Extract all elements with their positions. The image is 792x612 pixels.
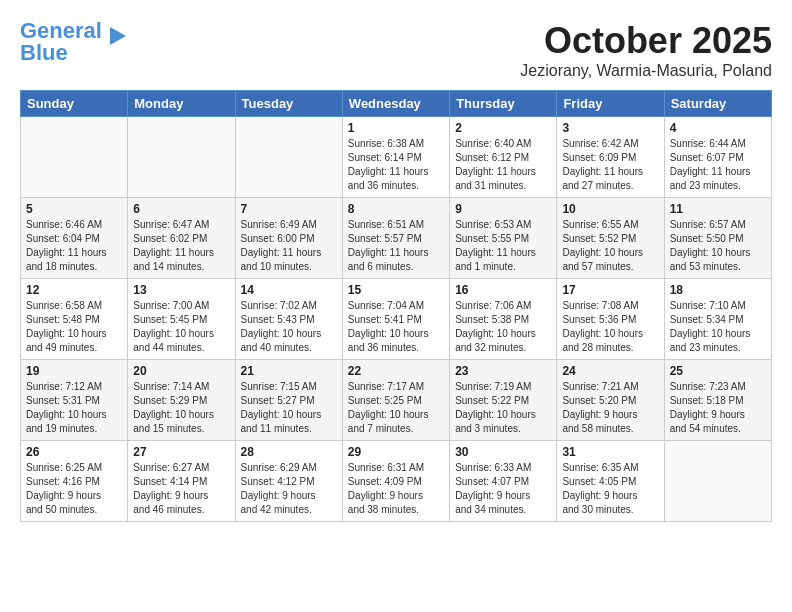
weekday-header-sunday: Sunday [21, 91, 128, 117]
day-number: 5 [26, 202, 122, 216]
calendar-cell: 31Sunrise: 6:35 AM Sunset: 4:05 PM Dayli… [557, 441, 664, 522]
logo: General Blue [20, 20, 128, 64]
day-number: 2 [455, 121, 551, 135]
day-number: 20 [133, 364, 229, 378]
calendar-cell: 5Sunrise: 6:46 AM Sunset: 6:04 PM Daylig… [21, 198, 128, 279]
day-number: 13 [133, 283, 229, 297]
calendar-cell [235, 117, 342, 198]
calendar-cell: 1Sunrise: 6:38 AM Sunset: 6:14 PM Daylig… [342, 117, 449, 198]
day-number: 23 [455, 364, 551, 378]
calendar-cell: 16Sunrise: 7:06 AM Sunset: 5:38 PM Dayli… [450, 279, 557, 360]
day-number: 24 [562, 364, 658, 378]
day-info: Sunrise: 6:25 AM Sunset: 4:16 PM Dayligh… [26, 461, 122, 517]
day-info: Sunrise: 7:21 AM Sunset: 5:20 PM Dayligh… [562, 380, 658, 436]
day-info: Sunrise: 6:49 AM Sunset: 6:00 PM Dayligh… [241, 218, 337, 274]
month-title: October 2025 [520, 20, 772, 62]
calendar-cell: 6Sunrise: 6:47 AM Sunset: 6:02 PM Daylig… [128, 198, 235, 279]
title-area: October 2025 Jeziorany, Warmia-Masuria, … [520, 20, 772, 80]
day-info: Sunrise: 7:19 AM Sunset: 5:22 PM Dayligh… [455, 380, 551, 436]
calendar-cell: 30Sunrise: 6:33 AM Sunset: 4:07 PM Dayli… [450, 441, 557, 522]
calendar-week-row: 12Sunrise: 6:58 AM Sunset: 5:48 PM Dayli… [21, 279, 772, 360]
calendar-cell: 10Sunrise: 6:55 AM Sunset: 5:52 PM Dayli… [557, 198, 664, 279]
calendar-cell: 9Sunrise: 6:53 AM Sunset: 5:55 PM Daylig… [450, 198, 557, 279]
day-info: Sunrise: 6:55 AM Sunset: 5:52 PM Dayligh… [562, 218, 658, 274]
day-number: 22 [348, 364, 444, 378]
day-info: Sunrise: 6:38 AM Sunset: 6:14 PM Dayligh… [348, 137, 444, 193]
day-number: 31 [562, 445, 658, 459]
calendar-cell: 23Sunrise: 7:19 AM Sunset: 5:22 PM Dayli… [450, 360, 557, 441]
day-info: Sunrise: 7:17 AM Sunset: 5:25 PM Dayligh… [348, 380, 444, 436]
location: Jeziorany, Warmia-Masuria, Poland [520, 62, 772, 80]
day-info: Sunrise: 6:44 AM Sunset: 6:07 PM Dayligh… [670, 137, 766, 193]
calendar-cell: 15Sunrise: 7:04 AM Sunset: 5:41 PM Dayli… [342, 279, 449, 360]
weekday-header-row: SundayMondayTuesdayWednesdayThursdayFrid… [21, 91, 772, 117]
day-number: 16 [455, 283, 551, 297]
day-number: 28 [241, 445, 337, 459]
day-info: Sunrise: 6:57 AM Sunset: 5:50 PM Dayligh… [670, 218, 766, 274]
calendar-cell: 13Sunrise: 7:00 AM Sunset: 5:45 PM Dayli… [128, 279, 235, 360]
calendar-cell: 4Sunrise: 6:44 AM Sunset: 6:07 PM Daylig… [664, 117, 771, 198]
calendar-cell: 22Sunrise: 7:17 AM Sunset: 5:25 PM Dayli… [342, 360, 449, 441]
day-info: Sunrise: 6:33 AM Sunset: 4:07 PM Dayligh… [455, 461, 551, 517]
day-number: 6 [133, 202, 229, 216]
calendar-cell: 17Sunrise: 7:08 AM Sunset: 5:36 PM Dayli… [557, 279, 664, 360]
day-info: Sunrise: 7:10 AM Sunset: 5:34 PM Dayligh… [670, 299, 766, 355]
day-info: Sunrise: 6:31 AM Sunset: 4:09 PM Dayligh… [348, 461, 444, 517]
day-number: 21 [241, 364, 337, 378]
logo-arrow-icon [106, 25, 128, 47]
calendar-cell: 21Sunrise: 7:15 AM Sunset: 5:27 PM Dayli… [235, 360, 342, 441]
weekday-header-wednesday: Wednesday [342, 91, 449, 117]
day-info: Sunrise: 6:35 AM Sunset: 4:05 PM Dayligh… [562, 461, 658, 517]
day-number: 29 [348, 445, 444, 459]
day-info: Sunrise: 7:23 AM Sunset: 5:18 PM Dayligh… [670, 380, 766, 436]
day-number: 11 [670, 202, 766, 216]
logo-text: General Blue [20, 20, 102, 64]
calendar-week-row: 5Sunrise: 6:46 AM Sunset: 6:04 PM Daylig… [21, 198, 772, 279]
day-number: 14 [241, 283, 337, 297]
calendar-cell: 18Sunrise: 7:10 AM Sunset: 5:34 PM Dayli… [664, 279, 771, 360]
day-info: Sunrise: 6:47 AM Sunset: 6:02 PM Dayligh… [133, 218, 229, 274]
day-info: Sunrise: 7:15 AM Sunset: 5:27 PM Dayligh… [241, 380, 337, 436]
day-number: 1 [348, 121, 444, 135]
calendar-week-row: 19Sunrise: 7:12 AM Sunset: 5:31 PM Dayli… [21, 360, 772, 441]
day-number: 30 [455, 445, 551, 459]
day-info: Sunrise: 7:02 AM Sunset: 5:43 PM Dayligh… [241, 299, 337, 355]
calendar-week-row: 1Sunrise: 6:38 AM Sunset: 6:14 PM Daylig… [21, 117, 772, 198]
weekday-header-tuesday: Tuesday [235, 91, 342, 117]
header: General Blue October 2025 Jeziorany, War… [20, 20, 772, 80]
day-info: Sunrise: 6:27 AM Sunset: 4:14 PM Dayligh… [133, 461, 229, 517]
weekday-header-monday: Monday [128, 91, 235, 117]
day-info: Sunrise: 7:14 AM Sunset: 5:29 PM Dayligh… [133, 380, 229, 436]
calendar-cell: 20Sunrise: 7:14 AM Sunset: 5:29 PM Dayli… [128, 360, 235, 441]
weekday-header-friday: Friday [557, 91, 664, 117]
day-number: 25 [670, 364, 766, 378]
calendar-cell: 26Sunrise: 6:25 AM Sunset: 4:16 PM Dayli… [21, 441, 128, 522]
day-number: 9 [455, 202, 551, 216]
day-number: 4 [670, 121, 766, 135]
weekday-header-saturday: Saturday [664, 91, 771, 117]
svg-marker-0 [110, 27, 126, 45]
calendar-cell: 11Sunrise: 6:57 AM Sunset: 5:50 PM Dayli… [664, 198, 771, 279]
calendar-cell: 25Sunrise: 7:23 AM Sunset: 5:18 PM Dayli… [664, 360, 771, 441]
day-info: Sunrise: 6:40 AM Sunset: 6:12 PM Dayligh… [455, 137, 551, 193]
day-number: 19 [26, 364, 122, 378]
day-info: Sunrise: 7:08 AM Sunset: 5:36 PM Dayligh… [562, 299, 658, 355]
day-info: Sunrise: 7:12 AM Sunset: 5:31 PM Dayligh… [26, 380, 122, 436]
calendar-cell: 8Sunrise: 6:51 AM Sunset: 5:57 PM Daylig… [342, 198, 449, 279]
calendar-cell: 2Sunrise: 6:40 AM Sunset: 6:12 PM Daylig… [450, 117, 557, 198]
day-info: Sunrise: 6:42 AM Sunset: 6:09 PM Dayligh… [562, 137, 658, 193]
calendar-cell [128, 117, 235, 198]
calendar-week-row: 26Sunrise: 6:25 AM Sunset: 4:16 PM Dayli… [21, 441, 772, 522]
calendar-cell: 27Sunrise: 6:27 AM Sunset: 4:14 PM Dayli… [128, 441, 235, 522]
day-number: 27 [133, 445, 229, 459]
day-number: 26 [26, 445, 122, 459]
day-info: Sunrise: 6:46 AM Sunset: 6:04 PM Dayligh… [26, 218, 122, 274]
day-info: Sunrise: 7:04 AM Sunset: 5:41 PM Dayligh… [348, 299, 444, 355]
day-number: 18 [670, 283, 766, 297]
weekday-header-thursday: Thursday [450, 91, 557, 117]
day-number: 7 [241, 202, 337, 216]
day-number: 15 [348, 283, 444, 297]
day-info: Sunrise: 6:53 AM Sunset: 5:55 PM Dayligh… [455, 218, 551, 274]
day-info: Sunrise: 6:58 AM Sunset: 5:48 PM Dayligh… [26, 299, 122, 355]
day-number: 17 [562, 283, 658, 297]
